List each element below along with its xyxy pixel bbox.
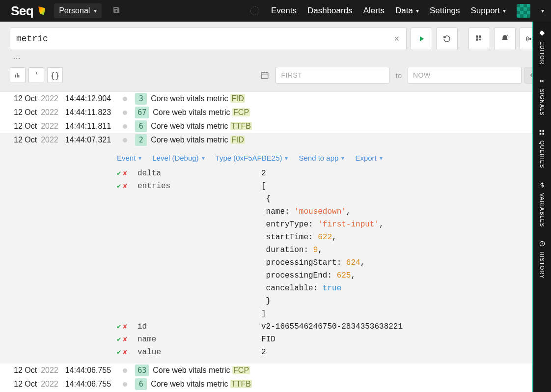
range-from-input[interactable] [276,67,389,84]
event-year: 2022 [41,107,58,118]
prop-row-entries[interactable]: ✔ ✘ entries [ [0,180,551,193]
event-year: 2022 [41,93,58,105]
nav-settings[interactable]: Settings [430,6,460,16]
range-to-input[interactable] [408,67,522,84]
nav-data[interactable]: Data ▾ [395,6,419,16]
prop-value: 2 [261,346,266,358]
json-format-button[interactable]: {} [47,67,63,83]
chevron-down-icon: ▾ [416,7,419,14]
sidebar-item-editor[interactable]: EDITOR [538,29,546,64]
event-year: 2022 [41,120,58,132]
chevron-down-icon: ▾ [202,155,205,162]
sidebar-item-history[interactable]: HISTORY [538,240,546,279]
include-filter-icon[interactable]: ✔ [117,321,121,333]
detail-action-level[interactable]: Level (Debug)▾ [152,154,204,162]
detail-action-send[interactable]: Send to app▾ [299,154,344,162]
nav-events[interactable]: Events [271,6,297,16]
event-row[interactable]: 12 Oct 2022 14:44:11.811 6 Core web vita… [0,119,551,133]
nav-alerts[interactable]: Alerts [363,6,385,16]
clear-query-icon[interactable]: × [387,34,406,44]
event-time: 14:44:06.755 [62,364,111,376]
user-menu-chevron-icon[interactable]: ▾ [541,7,544,14]
svg-rect-4 [15,75,16,78]
sidebar-item-label: QUERIES [539,140,545,168]
metric-name: FID [230,136,245,144]
svg-rect-0 [476,35,478,38]
event-badge: 6 [135,378,147,390]
event-row[interactable]: 12 Oct 2022 14:44:06.755 63 Core web vit… [0,364,551,377]
event-row[interactable]: 12 Oct 2022 14:44:07.321 2 Core web vita… [0,133,551,147]
calendar-icon [257,67,273,83]
nav-dashboards[interactable]: Dashboards [307,6,353,16]
detail-action-export[interactable]: Export▾ [355,154,382,162]
event-badge: 67 [135,107,149,118]
metric-name: TTFB [230,122,252,130]
brand-logo[interactable]: Seq [11,3,45,19]
events-list: 12 Oct 2022 14:44:12.904 3 Core web vita… [0,91,551,392]
metric-name: FCP [232,108,250,116]
svg-rect-1 [476,38,478,41]
svg-rect-7 [262,73,269,79]
event-row[interactable]: 12 Oct 2022 14:44:06.755 6 Core web vita… [0,377,551,391]
exclude-filter-icon[interactable]: ✘ [123,334,127,345]
sidebar-item-variables[interactable]: VARIABLES [538,181,546,227]
exclude-filter-icon[interactable]: ✘ [123,346,127,358]
prop-row-name[interactable]: ✔ ✘ name FID [0,333,551,346]
event-badge: 3 [135,93,147,105]
theme-toggle-icon[interactable] [250,6,259,15]
event-message: Core web vitals metric FID [151,93,245,105]
include-filter-icon[interactable]: ✔ [117,168,121,179]
event-badge: 63 [135,364,149,376]
nav-support-label: Support [470,6,500,16]
sidebar-item-signals[interactable]: SIGNALS [538,77,546,116]
event-message: Core web vitals metric FID [151,134,245,146]
svg-rect-10 [543,130,545,132]
run-query-button[interactable] [411,28,432,50]
tick-format-button[interactable]: ' [28,67,44,83]
add-signal-button[interactable] [468,28,490,50]
event-date: 12 Oct [14,120,37,132]
chevron-down-icon: ▾ [138,155,141,162]
prop-row-id[interactable]: ✔ ✘ id v2-1665546246750-2834353638221 [0,320,551,333]
sidebar-item-label: EDITOR [539,41,545,64]
event-badge: 2 [135,134,147,146]
prop-row-value[interactable]: ✔ ✘ value 2 [0,346,551,359]
exclude-filter-icon[interactable]: ✘ [123,180,127,192]
detail-action-type[interactable]: Type (0xF5AFBE25)▾ [216,154,288,162]
expand-query-icon[interactable]: … [10,50,541,61]
detail-action-event[interactable]: Event▾ [117,154,141,162]
prop-key: name [138,334,261,345]
exclude-filter-icon[interactable]: ✘ [123,168,127,179]
nav-support[interactable]: Support ▾ [470,6,506,16]
event-row[interactable]: 12 Oct 2022 14:44:12.904 3 Core web vita… [0,92,551,106]
sidebar-item-label: SIGNALS [539,89,545,116]
event-time: 14:44:07.321 [62,134,111,146]
event-year: 2022 [41,378,58,390]
entries-json: { name: 'mousedown', entryType: 'first-i… [0,193,551,320]
create-alert-button[interactable] [494,28,516,50]
include-filter-icon[interactable]: ✔ [117,334,121,345]
include-filter-icon[interactable]: ✔ [117,346,121,358]
sidebar-item-label: VARIABLES [539,193,545,227]
event-time: 14:44:11.823 [62,107,111,118]
save-icon[interactable] [110,4,122,18]
query-input[interactable] [10,29,387,49]
event-message: Core web vitals metric TTFB [151,120,252,132]
sidebar-item-queries[interactable]: QUERIES [538,129,546,168]
exclude-filter-icon[interactable]: ✘ [123,321,127,333]
level-dot-icon [123,111,127,115]
event-date: 12 Oct [14,364,37,376]
prop-row-delta[interactable]: ✔ ✘ delta 2 [0,167,551,180]
brand-name: Seq [11,3,33,19]
avatar[interactable] [517,4,530,18]
primary-nav: Events Dashboards Alerts Data ▾ Settings… [271,4,544,18]
workspace-selector[interactable]: Personal ▾ [54,3,102,18]
tag-icon [538,29,546,37]
prop-key: entries [138,180,261,192]
refresh-button[interactable] [436,28,458,50]
event-row[interactable]: 12 Oct 2022 14:44:11.823 67 Core web vit… [0,106,551,119]
event-detail-actions: Event▾ Level (Debug)▾ Type (0xF5AFBE25)▾… [0,151,551,167]
histogram-toggle-button[interactable] [10,67,26,83]
query-input-container: × [10,28,407,50]
include-filter-icon[interactable]: ✔ [117,180,121,192]
